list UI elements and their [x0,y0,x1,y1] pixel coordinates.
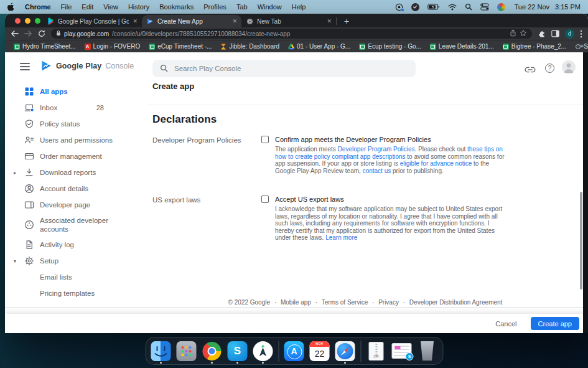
inline-link[interactable]: eligible for advance notice [400,160,472,167]
menu-view[interactable]: View [103,3,118,11]
developer-policies-checkbox[interactable] [261,136,269,143]
sidebar-item-all-apps[interactable]: All apps [5,83,147,100]
browser-profile-avatar[interactable]: d [565,29,574,39]
cancel-button[interactable]: Cancel [492,319,520,328]
bookmark-item[interactable]: Bigtree - Phase_2... [503,43,566,50]
bookmark-item[interactable]: Ecup testing - Go... [359,43,421,50]
bookmark-star-icon[interactable] [520,29,527,38]
hamburger-menu-icon[interactable] [20,63,30,70]
sidebar-item-account-details[interactable]: Account details [5,181,147,197]
bookmark-item[interactable]: Jibble: Dashboard [220,43,279,50]
dock-android-studio[interactable] [251,337,274,364]
content-scrollbar-thumb[interactable] [580,192,582,290]
menu-history[interactable]: History [128,3,149,11]
sidebar-item-email-lists[interactable]: Email lists [5,269,147,285]
help-icon[interactable]: ? [545,64,554,73]
drive-icon [288,44,294,50]
address-bar[interactable]: play.google.com /console/u/0/developers/… [51,29,532,39]
apple-icon[interactable] [7,2,15,11]
menubar-date[interactable]: Tue 22 Nov [515,3,549,11]
bookmark-item[interactable]: eCup Timesheet -... [149,43,212,50]
menu-bookmarks[interactable]: Bookmarks [159,3,194,11]
menu-help[interactable]: Help [292,3,306,11]
bookmarks-overflow-chevron[interactable]: » [580,42,584,49]
control-center-icon[interactable] [480,3,489,11]
footer-link-mobile-app[interactable]: Mobile app [281,299,311,306]
menu-app-name[interactable]: Chrome [25,3,51,11]
reload-icon[interactable] [38,30,45,37]
dock-safari[interactable] [334,337,357,364]
back-icon[interactable] [11,30,19,37]
link-icon[interactable] [525,64,536,75]
dock-app-store[interactable]: A [282,337,306,364]
sidebar-item-developer-page[interactable]: Developer page [5,197,147,213]
close-tab-icon[interactable]: ✕ [327,18,332,24]
dock-chrome[interactable] [200,337,223,364]
menu-file[interactable]: File [61,3,72,11]
sidebar-item-download-reports[interactable]: ▸ Download reports [5,164,147,181]
new-tab-button[interactable]: + [344,17,349,26]
inline-link[interactable]: Developer Program Policies [338,146,415,153]
close-window-button[interactable] [15,18,21,24]
dock-launchpad[interactable] [175,337,198,364]
sidebar-item-inbox[interactable]: Inbox 28 [5,100,147,116]
tab-new-tab[interactable]: New Tab ✕ [241,15,336,27]
dock-finder[interactable] [149,337,172,364]
browser-scrollbar-track[interactable] [583,52,588,333]
tab-create-new-app[interactable]: Create New App ✕ [142,15,241,27]
extension-status-icon[interactable] [395,3,403,11]
dock-trash[interactable] [416,337,439,364]
shield-check-icon [24,119,34,129]
footer-link-privacy[interactable]: Privacy [378,299,399,306]
expand-down-icon[interactable]: ▾ [14,258,16,264]
sidebar-item-users-permissions[interactable]: Users and permissions [5,132,147,148]
battery-icon[interactable] [427,4,440,10]
header-divider [147,105,583,105]
forward-icon[interactable] [24,30,32,37]
sheets-icon [359,44,365,50]
menu-window[interactable]: Window [258,3,282,11]
extensions-puzzle-icon[interactable] [538,30,546,38]
zoom-window-button[interactable] [35,18,40,24]
dock-skype[interactable]: S [226,337,249,364]
create-app-button[interactable]: Create app [531,317,579,330]
bookmark-item[interactable]: 01 - User App - G... [288,43,350,50]
sidebar-item-policy-status[interactable]: Policy status [5,116,147,132]
bookmark-item[interactable]: Hydro TimeSheet... [14,43,76,50]
play-console-logo[interactable]: Google Play Console [40,60,134,72]
dock-zip-file[interactable]: ZIP [365,337,388,364]
sidebar-item-order-management[interactable]: Order management [5,148,147,164]
sidebar-item-associated-developer-accounts[interactable]: Associated developer accounts [5,213,147,237]
minimize-window-button[interactable] [25,18,30,24]
dock-screenshot-preview[interactable]: S [390,337,413,364]
us-export-laws-checkbox[interactable] [261,196,269,203]
share-icon[interactable] [510,29,516,38]
inline-link[interactable]: Learn more [325,234,357,241]
menu-tab[interactable]: Tab [236,3,248,11]
sidebar-item-setup[interactable]: ▾ Setup [5,253,147,269]
menu-edit[interactable]: Edit [82,3,93,11]
menu-profiles[interactable]: Profiles [203,3,226,11]
wifi-icon[interactable] [448,4,457,11]
tab-google-play-console[interactable]: Google Play Console | Google P ✕ [42,15,142,27]
close-tab-icon[interactable]: ✕ [133,18,138,24]
browser-menu-icon[interactable] [580,30,582,38]
bookmark-item[interactable]: Leave Details-201... [430,43,494,50]
spotlight-icon[interactable] [465,3,472,11]
inline-link[interactable]: contact us [363,167,391,174]
sidebar-item-activity-log[interactable]: Activity log [5,237,147,253]
footer-link-dda[interactable]: Developer Distribution Agreement [409,299,503,306]
sidebar-item-pricing-templates[interactable]: Pricing templates [5,285,147,301]
footer-link-terms[interactable]: Terms of Service [322,299,368,306]
bookmark-item[interactable]: ALogin - FOVERO [85,43,141,50]
search-input[interactable]: Search Play Console [152,60,416,77]
checkmark-status-icon[interactable] [411,3,419,11]
profile-color-icon[interactable] [497,3,505,11]
account-avatar[interactable] [562,60,576,74]
expand-right-icon[interactable]: ▸ [14,170,16,176]
menubar-clock[interactable]: 3:15 PM [555,3,581,11]
close-tab-icon[interactable]: ✕ [232,18,237,24]
side-panel-icon[interactable] [551,30,559,37]
launchpad-icon [177,341,197,361]
dock-calendar[interactable]: NOV 22 [308,337,331,364]
